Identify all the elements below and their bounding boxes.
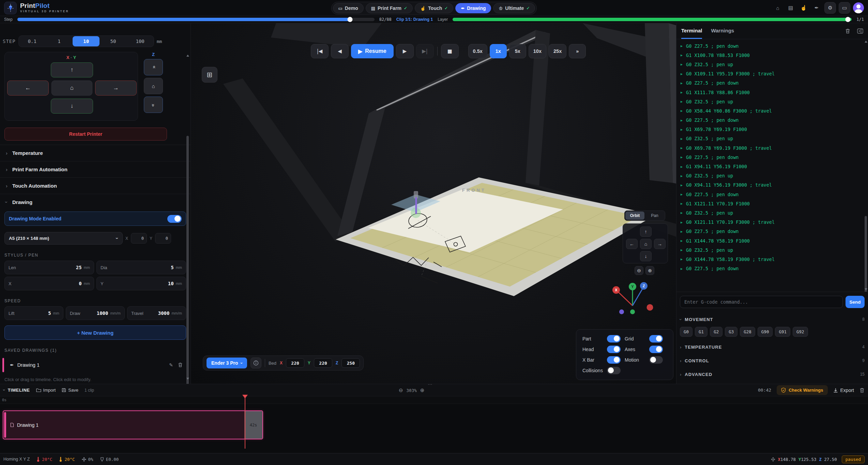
- send-button[interactable]: Send: [846, 296, 865, 308]
- gcode-chip[interactable]: G3: [725, 327, 737, 337]
- paper-size-select[interactable]: A5 (210 × 148 mm) ›: [4, 232, 123, 245]
- layer-slider-thumb[interactable]: [845, 17, 850, 22]
- skip-to-start-button[interactable]: |◀: [311, 44, 329, 58]
- home-icon[interactable]: ⌂: [773, 3, 783, 13]
- step-size-option[interactable]: 10: [73, 36, 100, 46]
- new-drawing-button[interactable]: + New Drawing: [4, 325, 186, 340]
- clip-indicator[interactable]: Clip 1/1: Drawing 1: [396, 17, 433, 22]
- speed-button[interactable]: 1x: [490, 44, 507, 58]
- sidebar-section-header[interactable]: › Drawing: [0, 194, 191, 210]
- display-toggle[interactable]: [649, 346, 663, 353]
- clear-timeline-trash-icon[interactable]: [859, 388, 865, 393]
- pan-down-button[interactable]: ↓: [640, 251, 652, 261]
- bed-x-input[interactable]: [286, 358, 304, 368]
- view-mode-button[interactable]: Orbit: [625, 212, 644, 220]
- paper-offset-x-input[interactable]: [131, 233, 147, 244]
- speed-field[interactable]: Travel 3000 mm/m: [127, 306, 186, 320]
- step-size-option[interactable]: 1: [46, 36, 73, 46]
- gcode-chip[interactable]: G92: [793, 327, 808, 337]
- layer-slider[interactable]: [453, 18, 852, 21]
- drawing-mode-toggle[interactable]: [167, 215, 182, 223]
- mode-tab[interactable]: ☝ Touch ✓: [415, 3, 453, 13]
- speed-field[interactable]: Draw 1000 mm/m: [66, 306, 125, 320]
- resume-button[interactable]: ▶Resume: [351, 44, 394, 58]
- gcode-chip[interactable]: G28: [740, 327, 755, 337]
- jog-z-down-button[interactable]: »: [144, 97, 163, 113]
- view-mode-button[interactable]: Pan: [645, 212, 664, 220]
- pan-right-button[interactable]: →: [654, 239, 666, 249]
- step-slider[interactable]: [17, 18, 375, 21]
- edit-icon[interactable]: ✎: [169, 362, 173, 368]
- speed-button[interactable]: 5x: [509, 44, 526, 58]
- check-warnings-button[interactable]: Check Warnings: [777, 385, 827, 395]
- sidebar-section-header[interactable]: › Temperature: [0, 145, 191, 161]
- speed-field[interactable]: Lift 5 mm: [4, 306, 63, 320]
- display-toggle[interactable]: [649, 335, 663, 343]
- gcode-group[interactable]: › ADVANCED 15: [680, 367, 865, 381]
- settings-button[interactable]: ⚙: [824, 2, 836, 14]
- gcode-group[interactable]: › TEMPERATURE 4: [680, 340, 865, 354]
- gcode-command-input[interactable]: [680, 296, 843, 308]
- mode-tab[interactable]: ▭ Demo: [333, 3, 364, 13]
- jog-x-plus-button[interactable]: →: [95, 81, 137, 96]
- sidebar-scrollbar[interactable]: [186, 40, 189, 380]
- gcode-chip[interactable]: G1: [695, 327, 707, 337]
- jog-y-plus-button[interactable]: ↑: [51, 62, 93, 77]
- speed-button[interactable]: 0.5x: [468, 44, 487, 58]
- timeline-clip[interactable]: Drawing 1 42s: [3, 410, 263, 439]
- sidebar-section-header[interactable]: › Touch Automation: [0, 177, 191, 194]
- gcode-chip[interactable]: G2: [710, 327, 722, 337]
- display-toggle[interactable]: [649, 356, 663, 364]
- gcode-group[interactable]: › CONTROL 9: [680, 354, 865, 367]
- export-button[interactable]: Export: [833, 388, 854, 393]
- display-toggle[interactable]: [607, 346, 621, 353]
- stylus-field[interactable]: Dia 5 mm: [96, 261, 186, 274]
- restart-printer-button[interactable]: Restart Printer: [4, 128, 167, 141]
- stylus-field[interactable]: X 0 mm: [4, 277, 94, 290]
- bed-y-input[interactable]: [314, 358, 332, 368]
- stylus-field[interactable]: Len 25 mm: [4, 261, 94, 274]
- jog-y-minus-button[interactable]: ↓: [51, 99, 93, 114]
- paper-offset-y-input[interactable]: [155, 233, 171, 244]
- touch-hand-icon[interactable]: ☝: [798, 3, 809, 13]
- jog-z-up-button[interactable]: »: [144, 59, 163, 75]
- step-back-button[interactable]: ◀: [331, 44, 349, 58]
- bed-z-input[interactable]: [341, 358, 360, 368]
- jog-x-minus-button[interactable]: ←: [7, 81, 49, 96]
- speed-button[interactable]: 10x: [529, 44, 546, 58]
- timeline-ruler[interactable]: 0s: [0, 396, 868, 404]
- step-slider-thumb[interactable]: [348, 17, 353, 22]
- pan-left-button[interactable]: ←: [626, 239, 638, 249]
- mode-tab[interactable]: ✒ Drawing: [455, 3, 491, 13]
- print-farm-icon[interactable]: ▤: [786, 3, 796, 13]
- gcode-chip[interactable]: G91: [775, 327, 790, 337]
- step-size-option[interactable]: 50: [100, 36, 126, 46]
- user-avatar[interactable]: [853, 2, 864, 13]
- gcode-group-movement[interactable]: › MOVEMENT 8: [680, 313, 865, 326]
- stylus-field[interactable]: Y 10 mm: [96, 277, 186, 290]
- trash-icon[interactable]: [178, 362, 183, 367]
- scrollbar-thumb[interactable]: [865, 216, 867, 292]
- scroll-up-arrow-icon[interactable]: [186, 55, 189, 57]
- sidebar-section-header[interactable]: › Print Farm Automation: [0, 161, 191, 177]
- scroll-down-arrow-icon[interactable]: [186, 378, 189, 380]
- display-toggle[interactable]: [607, 367, 621, 374]
- speed-button[interactable]: 25x: [549, 44, 566, 58]
- timeline-track[interactable]: Drawing 1 42s: [0, 404, 868, 453]
- terminal-panel-button[interactable]: ▭: [839, 2, 850, 14]
- stop-button[interactable]: ■: [441, 44, 459, 58]
- gcode-log[interactable]: ▶ G0 Z27.5 ; pen down ▶ G1 X100.78 Y88.5…: [676, 39, 868, 292]
- viewport-3d[interactable]: X Y Z ⊞ |◀ ◀ ▶Resume ▶ ▶| ■ 0.5x 1x 5x 1…: [191, 23, 676, 384]
- clear-terminal-trash-icon[interactable]: [845, 28, 850, 34]
- timeline-zoom-in-icon[interactable]: ⊕: [420, 387, 425, 393]
- scroll-down-arrow-icon[interactable]: [865, 288, 867, 290]
- mode-tab[interactable]: ♔ Ultimate ✓: [493, 3, 535, 13]
- gcode-chip[interactable]: G90: [758, 327, 773, 337]
- terminal-tab[interactable]: Warnings: [711, 23, 734, 39]
- timeline-zoom-out-icon[interactable]: ⊖: [399, 387, 403, 393]
- step-size-option[interactable]: 100: [127, 36, 154, 46]
- scroll-up-arrow-icon[interactable]: [865, 41, 867, 43]
- panel-resize-handle[interactable]: ⋯: [428, 381, 433, 387]
- step-forward-button[interactable]: ▶: [396, 44, 414, 58]
- gcode-chip[interactable]: G0: [680, 327, 692, 337]
